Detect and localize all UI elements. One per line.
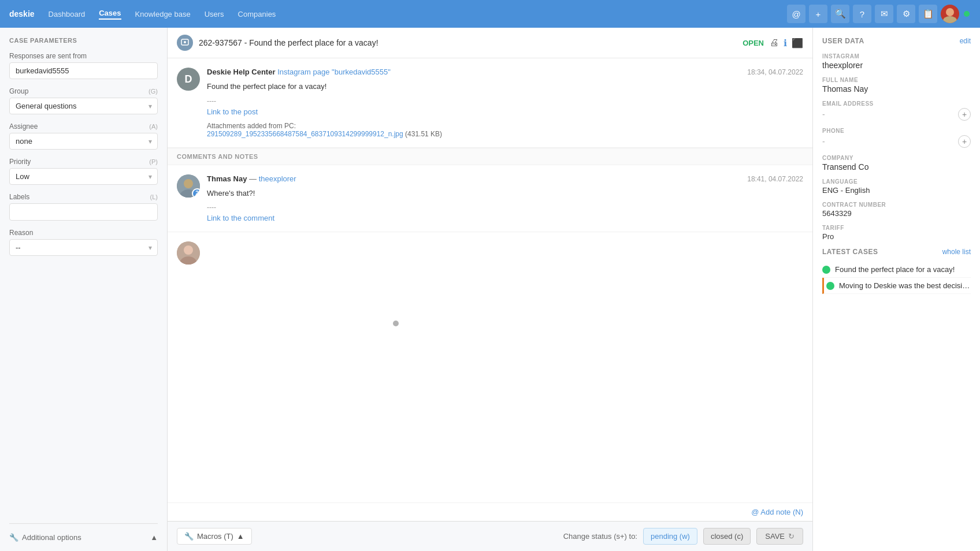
edit-user-link[interactable]: edit bbox=[960, 37, 971, 45]
merge-icon[interactable]: ⬛ bbox=[792, 38, 803, 49]
messages-area: D Deskie Help Center Instagram page "bur… bbox=[168, 58, 812, 502]
assignee-field: Assignee (A) none bbox=[9, 122, 158, 150]
phone-field-label: PHONE bbox=[822, 128, 971, 134]
post-link[interactable]: Link to the post bbox=[207, 107, 258, 116]
nav-knowledge-base[interactable]: Knowledge base bbox=[135, 10, 191, 18]
svg-point-5 bbox=[184, 179, 193, 188]
priority-select[interactable]: Low Medium High bbox=[9, 168, 158, 185]
priority-field: Priority (P) Low Medium High bbox=[9, 158, 158, 185]
priority-shortcut: (P) bbox=[149, 158, 158, 165]
case-header: 262-937567 - Found the perfect place for… bbox=[168, 28, 812, 58]
svg-point-3 bbox=[184, 41, 186, 43]
message-timestamp: 18:34, 04.07.2022 bbox=[747, 68, 803, 76]
reply-textarea[interactable] bbox=[207, 241, 803, 288]
reason-select[interactable]: -- bbox=[9, 239, 158, 256]
labels-input[interactable] bbox=[9, 203, 158, 221]
case-status-icon-green bbox=[822, 266, 830, 274]
closed-status-button[interactable]: closed (c) bbox=[703, 528, 751, 545]
nav-dashboard[interactable]: Dashboard bbox=[49, 10, 86, 18]
case-header-actions: 🖨 ℹ ⬛ bbox=[770, 38, 803, 49]
fullname-field-label: FULL NAME bbox=[822, 77, 971, 83]
add-email-button[interactable]: + bbox=[958, 108, 971, 121]
email-field: EMAIL ADDRESS - + bbox=[822, 100, 971, 121]
latest-cases-title: LATEST CASES bbox=[822, 248, 878, 256]
attachment-link[interactable]: 291509289_1952335668487584_6837109314299… bbox=[207, 130, 403, 138]
message-body: Found the perfect place for a vacay! bbox=[207, 81, 803, 92]
macros-expand-icon: ▲ bbox=[237, 532, 244, 541]
email-field-label: EMAIL ADDRESS bbox=[822, 100, 971, 107]
company-field-label: COMPANY bbox=[822, 155, 971, 161]
notifications-icon[interactable]: 📋 bbox=[919, 5, 937, 23]
help-icon[interactable]: ? bbox=[853, 5, 871, 23]
comment-link[interactable]: Link to the comment bbox=[207, 214, 274, 222]
assignee-select-wrapper: none bbox=[9, 133, 158, 150]
user-data-sidebar: USER DATA edit INSTAGRAM theexplorer FUL… bbox=[812, 28, 980, 551]
info-icon[interactable]: ℹ bbox=[784, 38, 787, 49]
comment-body: Where's that?! bbox=[207, 188, 803, 199]
comments-section-label: COMMENTS AND NOTES bbox=[168, 148, 812, 165]
phone-field: PHONE - + bbox=[822, 128, 971, 148]
case-item[interactable]: Moving to Deskie was the best decisi… bbox=[822, 278, 971, 294]
message-item: D Deskie Help Center Instagram page "bur… bbox=[168, 58, 812, 148]
group-label: Group (G) bbox=[9, 87, 158, 95]
pending-status-button[interactable]: pending (w) bbox=[643, 528, 697, 545]
whole-list-link[interactable]: whole list bbox=[942, 248, 971, 256]
commenter-avatar: 2 bbox=[177, 174, 200, 198]
responses-input[interactable] bbox=[9, 62, 158, 79]
case-status-icon-green bbox=[826, 282, 834, 290]
fullname-field-value: Thomas Nay bbox=[822, 84, 971, 94]
attachments-section: Attachments added from PC: 291509289_195… bbox=[207, 122, 803, 138]
sidebar-title: CASE PARAMETERS bbox=[9, 37, 158, 44]
comment-divider: ---- bbox=[207, 203, 803, 211]
user-data-title: USER DATA bbox=[822, 37, 864, 45]
nav-users[interactable]: Users bbox=[205, 10, 224, 18]
add-icon[interactable]: + bbox=[809, 5, 827, 23]
case-item-text: Found the perfect place for a vacay! bbox=[835, 265, 971, 274]
latest-cases-header: LATEST CASES whole list bbox=[822, 248, 971, 256]
user-status-indicator bbox=[963, 10, 971, 18]
email-icon[interactable]: ✉ bbox=[875, 5, 893, 23]
nav-cases[interactable]: Cases bbox=[99, 9, 121, 20]
nav-companies[interactable]: Companies bbox=[238, 10, 276, 18]
bottom-bar: 🔧 Macros (T) ▲ Change status (s+) to: pe… bbox=[168, 521, 812, 551]
priority-select-wrapper: Low Medium High bbox=[9, 168, 158, 185]
message-avatar: D bbox=[177, 68, 200, 91]
instagram-page-link[interactable]: Instagram page "burkedavid5555" bbox=[277, 68, 391, 76]
reply-avatar bbox=[177, 241, 200, 265]
message-header: Deskie Help Center Instagram page "burke… bbox=[207, 68, 803, 76]
phone-field-row: - + bbox=[822, 135, 971, 148]
instagram-field: INSTAGRAM theexplorer bbox=[822, 53, 971, 70]
reason-select-wrapper: -- bbox=[9, 239, 158, 256]
group-shortcut: (G) bbox=[149, 88, 158, 95]
print-icon[interactable]: 🖨 bbox=[770, 38, 779, 48]
reply-area bbox=[168, 232, 812, 297]
tariff-field-label: TARIFF bbox=[822, 225, 971, 231]
commenter-profile-link[interactable]: theexplorer bbox=[259, 174, 296, 183]
search-icon[interactable]: 🔍 bbox=[831, 5, 849, 23]
comment-item: 2 Thmas Nay — theexplorer 18:41, 04.07.2… bbox=[168, 165, 812, 233]
mention-icon[interactable]: @ bbox=[787, 5, 805, 23]
user-avatar[interactable] bbox=[941, 5, 959, 23]
priority-label: Priority (P) bbox=[9, 158, 158, 166]
instagram-field-value: theexplorer bbox=[822, 61, 971, 70]
additional-options-toggle[interactable]: 🔧 Additional options ▲ bbox=[9, 533, 158, 542]
add-note-link[interactable]: @ Add note (N) bbox=[751, 508, 803, 516]
chevron-up-icon: ▲ bbox=[150, 533, 158, 542]
reason-label: Reason bbox=[9, 229, 158, 237]
reply-footer: @ Add note (N) bbox=[168, 502, 812, 521]
email-field-value: - bbox=[822, 110, 825, 119]
assignee-select[interactable]: none bbox=[9, 133, 158, 150]
labels-shortcut: (L) bbox=[150, 193, 158, 200]
case-item[interactable]: Found the perfect place for a vacay! bbox=[822, 262, 971, 278]
at-symbol: @ bbox=[751, 508, 760, 516]
macros-button[interactable]: 🔧 Macros (T) ▲ bbox=[177, 528, 252, 545]
case-channel-icon bbox=[177, 35, 193, 51]
group-select[interactable]: General questions bbox=[9, 98, 158, 114]
app-logo: deskie bbox=[9, 9, 35, 18]
save-button[interactable]: SAVE ↻ bbox=[756, 528, 803, 545]
settings-icon[interactable]: ⚙ bbox=[897, 5, 915, 23]
case-item-text: Moving to Deskie was the best decisi… bbox=[839, 281, 971, 290]
comment-content: Thmas Nay — theexplorer 18:41, 04.07.202… bbox=[207, 174, 803, 223]
add-phone-button[interactable]: + bbox=[958, 135, 971, 148]
contract-field-label: CONTRACT NUMBER bbox=[822, 202, 971, 208]
